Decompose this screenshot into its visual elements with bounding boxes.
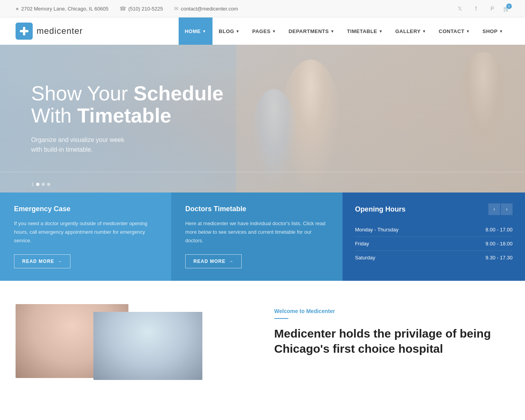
nav-blog[interactable]: BLOG ▼ [212, 18, 246, 45]
slide-dot-3[interactable] [47, 183, 50, 186]
nav-gallery[interactable]: GALLERY ▼ [389, 18, 433, 45]
gallery-chevron-icon: ▼ [422, 29, 426, 33]
arrow-right-icon: → [57, 259, 62, 264]
about-content: Welcome to Medicenter Medicenter holds t… [274, 304, 510, 356]
about-image-2 [93, 312, 202, 380]
slide-indicator: 1 [31, 182, 50, 187]
emergency-description: If you need a doctor urgently outside of… [14, 219, 157, 245]
hours-card: Opening Hours ‹ › Monday - Thursday 8.00… [342, 192, 525, 281]
home-chevron-icon: ▼ [202, 29, 206, 33]
hours-prev-button[interactable]: ‹ [488, 203, 500, 215]
departments-chevron-icon: ▼ [330, 29, 334, 33]
logo[interactable]: medicenter [16, 23, 83, 40]
hours-row-1: Monday - Thursday 8.00 - 17.00 [355, 223, 513, 237]
hours-day-2: Friday [355, 241, 369, 247]
facebook-icon[interactable]: f [471, 3, 481, 14]
phone-icon: ☎ [119, 5, 126, 12]
pages-chevron-icon: ▼ [272, 29, 276, 33]
address-text: 2702 Memory Lane, Chicago, IL 60605 [21, 6, 108, 12]
location-icon: ● [16, 5, 19, 12]
hours-day-3: Saturday [355, 255, 375, 261]
emergency-card: Emergency Case If you need a doctor urge… [0, 192, 171, 281]
hero-title-line2: With Timetable [31, 105, 223, 127]
phone-item: ☎ (510) 210-5225 [119, 5, 163, 12]
about-section: Welcome to Medicenter Medicenter holds t… [0, 281, 525, 405]
timetable-card: Doctors Timetable Here at medicenter we … [171, 192, 342, 281]
hero-section: Show Your Schedule With Timetable Organi… [0, 45, 525, 192]
hero-divider-line [0, 172, 525, 172]
shop-chevron-icon: ▼ [499, 29, 503, 33]
topbar-right: 𝕏 f P 🛒 0 [454, 3, 509, 14]
nav-home[interactable]: HOME ▼ [179, 18, 212, 45]
emergency-read-more-button[interactable]: READ MORE → [14, 254, 70, 268]
emergency-title: Emergency Case [14, 205, 157, 213]
timetable-description: Here at medicenter we have individual do… [185, 219, 328, 245]
about-images [16, 304, 251, 382]
hours-next-button[interactable]: › [501, 203, 513, 215]
svg-rect-1 [20, 30, 28, 32]
hours-navigation: ‹ › [488, 203, 513, 215]
cart-badge: 0 [506, 4, 512, 9]
chevron-left-icon: ‹ [493, 206, 495, 212]
nav-timetable[interactable]: TIMETABLE ▼ [341, 18, 389, 45]
nav-departments[interactable]: DEPARTMENTS ▼ [282, 18, 341, 45]
hours-header: Opening Hours ‹ › [355, 203, 513, 215]
timetable-chevron-icon: ▼ [379, 29, 383, 33]
hero-content: Show Your Schedule With Timetable Organi… [0, 82, 255, 155]
hours-title: Opening Hours [355, 205, 406, 214]
nav-contact[interactable]: CONTACT ▼ [432, 18, 476, 45]
slide-dot-1[interactable] [36, 183, 39, 186]
hours-time-3: 9.30 - 17.30 [486, 255, 513, 261]
hero-subtitle: Organize and visualize your week with bu… [31, 135, 223, 155]
hero-title-line1: Show Your Schedule [31, 82, 223, 105]
topbar-left: ● 2702 Memory Lane, Chicago, IL 60605 ☎ … [16, 5, 238, 12]
blog-chevron-icon: ▼ [236, 29, 240, 33]
about-heading: Medicenter holds the privilage of being … [274, 326, 510, 356]
arrow-right-icon-2: → [228, 259, 234, 264]
address-item: ● 2702 Memory Lane, Chicago, IL 60605 [16, 5, 109, 12]
hours-time-2: 9.00 - 18.00 [486, 241, 513, 247]
logo-icon [16, 23, 33, 40]
timetable-title: Doctors Timetable [185, 205, 328, 213]
logo-text: medicenter [37, 26, 83, 36]
nav-menu: HOME ▼ BLOG ▼ PAGES ▼ DEPARTMENTS ▼ TIME… [179, 18, 509, 45]
email-item: ✉ contact@medicenter.com [174, 5, 238, 12]
email-text: contact@medicenter.com [181, 6, 238, 12]
cart-button[interactable]: 🛒 0 [503, 6, 509, 12]
timetable-read-more-button[interactable]: READ MORE → [185, 254, 242, 268]
slide-dot-2[interactable] [42, 183, 45, 186]
email-icon: ✉ [174, 5, 179, 12]
hours-row-2: Friday 9.00 - 18.00 [355, 237, 513, 251]
hours-day-1: Monday - Thursday [355, 227, 399, 233]
hours-row-3: Saturday 9.30 - 17.30 [355, 251, 513, 264]
topbar: ● 2702 Memory Lane, Chicago, IL 60605 ☎ … [0, 0, 525, 18]
hours-time-1: 8.00 - 17.00 [486, 227, 513, 233]
hero-image [236, 45, 525, 192]
about-label-underline [274, 318, 288, 319]
pinterest-icon[interactable]: P [487, 3, 498, 14]
chevron-right-icon: › [506, 206, 507, 212]
phone-text: (510) 210-5225 [128, 6, 163, 12]
navbar: medicenter HOME ▼ BLOG ▼ PAGES ▼ DEPARTM… [0, 18, 525, 45]
nav-pages[interactable]: PAGES ▼ [246, 18, 282, 45]
info-cards-section: Emergency Case If you need a doctor urge… [0, 192, 525, 281]
nav-shop[interactable]: SHOP ▼ [476, 18, 509, 45]
about-label: Welcome to Medicenter [274, 308, 510, 314]
twitter-icon[interactable]: 𝕏 [454, 3, 465, 14]
contact-chevron-icon: ▼ [466, 29, 470, 33]
